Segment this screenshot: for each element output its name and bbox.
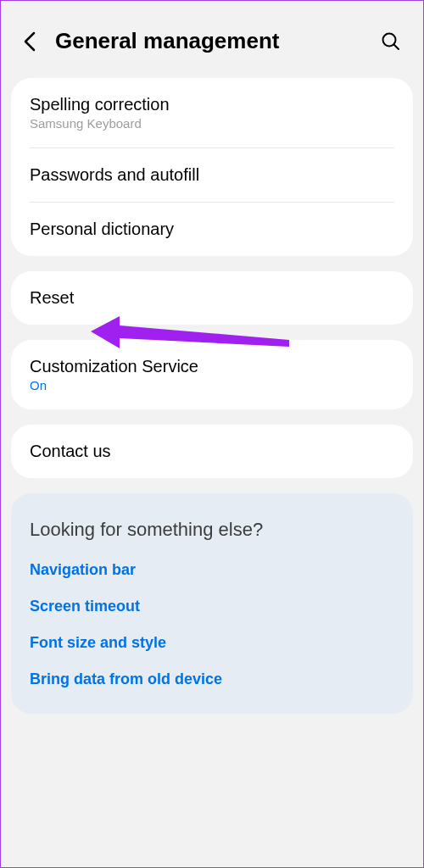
item-title: Customization Service (30, 357, 394, 376)
item-status: On (30, 378, 394, 392)
suggestion-font-size[interactable]: Font size and style (30, 634, 394, 652)
chevron-left-icon (22, 31, 37, 53)
suggestions-title: Looking for something else? (30, 519, 394, 541)
item-title: Personal dictionary (30, 220, 394, 239)
settings-group-2: Reset (11, 271, 413, 325)
passwords-autofill-item[interactable]: Passwords and autofill (11, 148, 413, 202)
settings-group-1: Spelling correction Samsung Keyboard Pas… (11, 78, 413, 256)
personal-dictionary-item[interactable]: Personal dictionary (11, 203, 413, 256)
reset-item[interactable]: Reset (11, 271, 413, 325)
item-title: Contact us (30, 442, 394, 461)
settings-group-3: Customization Service On (11, 340, 413, 409)
item-title: Reset (30, 288, 394, 308)
item-title: Spelling correction (30, 95, 394, 114)
customization-service-item[interactable]: Customization Service On (11, 340, 413, 409)
search-icon (381, 31, 401, 52)
svg-line-1 (394, 44, 399, 49)
search-button[interactable] (379, 30, 403, 53)
back-button[interactable] (18, 30, 42, 53)
suggestion-navigation-bar[interactable]: Navigation bar (30, 561, 394, 579)
settings-group-4: Contact us (11, 425, 413, 478)
page-title: General management (55, 28, 379, 54)
suggestion-bring-data[interactable]: Bring data from old device (30, 670, 394, 688)
contact-us-item[interactable]: Contact us (11, 425, 413, 478)
item-title: Passwords and autofill (30, 165, 394, 185)
spelling-correction-item[interactable]: Spelling correction Samsung Keyboard (11, 78, 413, 147)
item-subtitle: Samsung Keyboard (30, 116, 394, 131)
suggestions-card: Looking for something else? Navigation b… (11, 493, 413, 714)
header: General management (11, 11, 413, 78)
suggestion-screen-timeout[interactable]: Screen timeout (30, 598, 394, 615)
